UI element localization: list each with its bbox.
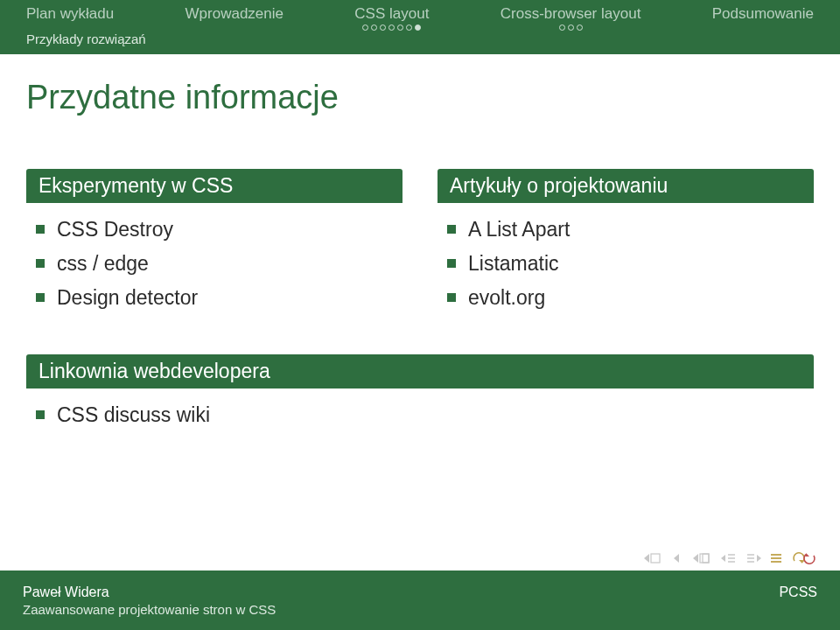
block-left: Eksperymenty w CSS CSS Destroy css / edg…: [26, 169, 402, 321]
block-bottom-body: CSS discuss wiki: [26, 388, 814, 438]
footer-institution: PCSS: [779, 584, 817, 600]
nav-label: Podsumowanie: [712, 5, 814, 23]
footer: Paweł Widera PCSS Zaawansowane projektow…: [0, 570, 840, 630]
nav-row: Plan wykładu Wprowadzenie CSS layout Cr: [0, 0, 840, 32]
block-left-body: CSS Destroy css / edge Design detector: [26, 203, 402, 321]
list-item[interactable]: Design detector: [57, 281, 396, 315]
block-right-title: Artykuły o projektowaniu: [438, 169, 814, 203]
nav-item-plan[interactable]: Plan wykładu: [26, 5, 114, 23]
title-area: Przydatne informacje: [0, 54, 840, 143]
svg-marker-3: [693, 554, 698, 563]
list-item[interactable]: css / edge: [57, 247, 396, 281]
nav-label: Plan wykładu: [26, 5, 114, 23]
nav-first-icon[interactable]: [644, 552, 663, 564]
nav-subsection-prev-icon[interactable]: [721, 552, 737, 564]
nav-item-cross-browser[interactable]: Cross-browser layout: [500, 5, 641, 32]
svg-rect-4: [700, 554, 709, 563]
svg-marker-0: [644, 554, 649, 563]
block-left-title: Eksperymenty w CSS: [26, 169, 402, 203]
beamer-nav-icons: [644, 551, 817, 565]
bullet-icon: [380, 24, 386, 31]
list-item[interactable]: Listamatic: [468, 247, 808, 281]
nav-prev-icon[interactable]: [672, 552, 684, 564]
nav-label: CSS layout: [354, 5, 429, 23]
nav-list-icon[interactable]: [770, 552, 782, 564]
bullet-icon: [362, 24, 368, 31]
bullet-icon: [568, 24, 574, 31]
nav-prev-section-icon[interactable]: [693, 552, 712, 564]
nav-item-css-layout[interactable]: CSS layout: [354, 5, 429, 32]
footer-subtitle: Zaawansowane projektowanie stron w CSS: [23, 602, 817, 617]
footer-author: Paweł Widera: [23, 584, 109, 600]
list-item[interactable]: A List Apart: [468, 213, 808, 247]
nav-subsection-next-icon[interactable]: [746, 552, 761, 564]
subsection-label: Przykłady rozwiązań: [0, 32, 840, 52]
svg-rect-1: [651, 554, 660, 563]
bullet-icon: [371, 24, 377, 31]
list-item[interactable]: CSS Destroy: [57, 213, 396, 247]
block-right-body: A List Apart Listamatic evolt.org: [438, 203, 814, 321]
nav-label: Cross-browser layout: [500, 5, 641, 23]
bullet-icon: [559, 24, 565, 31]
bullet-icon: [577, 24, 583, 31]
bullet-icon: [406, 24, 412, 31]
block-right-list: A List Apart Listamatic evolt.org: [444, 213, 808, 315]
block-bottom-title: Linkownia webdevelopera: [26, 354, 814, 388]
block-bottom-list: CSS discuss wiki: [32, 398, 808, 432]
svg-marker-2: [674, 554, 679, 563]
progress-bullets: [362, 24, 421, 32]
bullet-icon: [397, 24, 403, 31]
svg-rect-5: [703, 554, 709, 563]
block-bottom: Linkownia webdevelopera CSS discuss wiki: [26, 354, 814, 438]
nav-item-wprowadzenie[interactable]: Wprowadzenie: [186, 5, 284, 23]
footer-row: Paweł Widera PCSS: [23, 584, 817, 600]
page-title: Przydatne informacje: [26, 79, 814, 116]
list-item[interactable]: evolt.org: [468, 281, 808, 315]
bullet-icon: [388, 24, 395, 31]
block-right: Artykuły o projektowaniu A List Apart Li…: [438, 169, 814, 321]
block-left-list: CSS Destroy css / edge Design detector: [32, 213, 396, 315]
content: Eksperymenty w CSS CSS Destroy css / edg…: [0, 143, 840, 570]
bullet-current-icon: [415, 24, 421, 31]
svg-marker-13: [757, 555, 761, 562]
topbar: Plan wykładu Wprowadzenie CSS layout Cr: [0, 0, 840, 54]
slide-root: Plan wykładu Wprowadzenie CSS layout Cr: [0, 0, 840, 630]
svg-marker-6: [721, 555, 725, 562]
progress-bullets: [559, 24, 583, 32]
nav-item-podsumowanie[interactable]: Podsumowanie: [712, 5, 814, 23]
nav-label: Wprowadzenie: [186, 5, 284, 23]
two-column-row: Eksperymenty w CSS CSS Destroy css / edg…: [26, 169, 814, 321]
nav-refresh-icon[interactable]: [791, 551, 817, 565]
list-item[interactable]: CSS discuss wiki: [57, 398, 808, 432]
